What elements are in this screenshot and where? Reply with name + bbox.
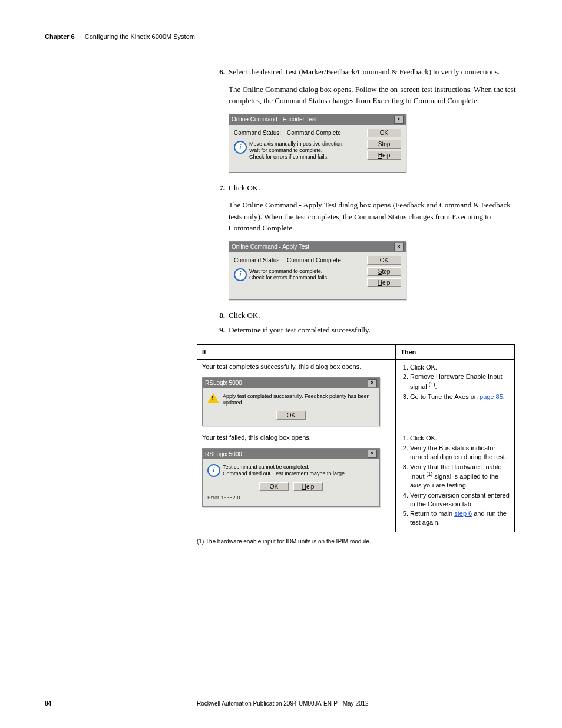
- status-value: Command Complete: [287, 257, 341, 263]
- status-label: Command Status:: [234, 130, 287, 136]
- step-7-para: The Online Command - Apply Test dialog b…: [229, 199, 516, 234]
- if-then-table: If Then Your test completes successfully…: [197, 344, 515, 533]
- list-item: Verify conversion constant entered in th…: [410, 491, 510, 509]
- col-then: Then: [396, 344, 515, 359]
- page-footer: 84 Rockwell Automation Publication 2094-…: [45, 700, 517, 707]
- dialog-message: Test command cannot be completed. Comman…: [223, 464, 346, 477]
- step-number: 8.: [212, 309, 225, 321]
- dialog-titlebar: RSLogix 5000 ×: [203, 449, 379, 459]
- col-if: If: [197, 344, 396, 359]
- error-label: Error 16382-0: [207, 495, 375, 500]
- dialog-title-text: RSLogix 5000: [205, 451, 242, 457]
- dialog-message: Move axis manually in positive direction…: [249, 141, 344, 161]
- step-link[interactable]: step 6: [454, 510, 472, 517]
- dialog-titlebar: RSLogix 5000 ×: [203, 378, 379, 388]
- ok-button[interactable]: OK: [367, 256, 401, 265]
- step-number: 9.: [212, 324, 225, 336]
- step-6: 6. Select the desired Test (Marker/Feedb…: [212, 66, 516, 78]
- list-item: Click OK.: [410, 434, 510, 443]
- step-8: 8. Click OK.: [212, 309, 516, 321]
- publication-id: Rockwell Automation Publication 2094-UM0…: [197, 700, 369, 707]
- ok-button[interactable]: OK: [259, 482, 289, 491]
- list-item: Click OK.: [410, 363, 510, 372]
- info-icon: i: [234, 141, 247, 154]
- msgbox-success: RSLogix 5000 × Apply test completed succ…: [202, 377, 380, 427]
- list-item: Verify that the Hardware Enable Input (1…: [410, 463, 510, 490]
- dialog-titlebar: Online Command - Encoder Test ×: [229, 114, 406, 125]
- dialog-apply-test: Online Command - Apply Test × Command St…: [229, 241, 406, 300]
- table-row: Your test failed, this dialog box opens.…: [197, 430, 515, 532]
- step-number: 7.: [212, 182, 225, 194]
- help-button[interactable]: Help: [293, 482, 323, 491]
- ok-button[interactable]: OK: [367, 129, 401, 137]
- dialog-title-text: RSLogix 5000: [205, 380, 242, 386]
- dialog-titlebar: Online Command - Apply Test ×: [229, 242, 406, 252]
- running-header: Chapter 6 Configuring the Kinetix 6000M …: [45, 33, 517, 40]
- row2-if-text: Your test failed, this dialog box opens.: [202, 434, 391, 441]
- close-icon[interactable]: ×: [394, 116, 404, 124]
- dialog-title-text: Online Command - Encoder Test: [232, 116, 317, 123]
- stop-button[interactable]: Stop: [367, 140, 401, 149]
- chapter-label: Chapter 6: [45, 33, 75, 40]
- list-item: Return to main step 6 and run the test a…: [410, 509, 510, 527]
- close-icon[interactable]: ×: [394, 243, 404, 251]
- dialog-title-text: Online Command - Apply Test: [232, 243, 309, 250]
- list-item: Go to Tune the Axes on page 85.: [410, 393, 510, 401]
- help-button[interactable]: Help: [367, 278, 401, 287]
- step-text: Select the desired Test (Marker/Feedback…: [225, 66, 516, 78]
- page-link[interactable]: page 85: [480, 393, 503, 400]
- step-7: 7. Click OK.: [212, 182, 516, 194]
- info-icon: i: [234, 268, 247, 281]
- list-item: Verify the Bus status indicator turned s…: [410, 444, 510, 462]
- ok-button[interactable]: OK: [276, 411, 306, 420]
- step-number: 6.: [212, 66, 225, 78]
- status-value: Command Complete: [287, 130, 341, 136]
- step-text: Click OK.: [225, 309, 516, 321]
- row1-if-text: Your test completes successfully, this d…: [202, 363, 391, 370]
- stop-button[interactable]: Stop: [367, 267, 401, 276]
- status-label: Command Status:: [234, 257, 287, 263]
- dialog-encoder-test: Online Command - Encoder Test × Command …: [229, 114, 406, 173]
- chapter-title: Configuring the Kinetix 6000M System: [85, 33, 195, 40]
- close-icon[interactable]: ×: [368, 450, 377, 458]
- dialog-message: Wait for command to complete. Check for …: [249, 268, 329, 282]
- dialog-message: Apply test completed successfully. Feedb…: [223, 393, 375, 407]
- list-item: Remove Hardware Enable Input signal (1).: [410, 373, 510, 391]
- step-text: Click OK.: [225, 182, 516, 194]
- close-icon[interactable]: ×: [368, 379, 377, 387]
- help-button[interactable]: Help: [367, 151, 401, 160]
- info-icon: i: [207, 464, 220, 477]
- table-row: Your test completes successfully, this d…: [197, 359, 515, 430]
- step-6-para: The Online Command dialog box opens. Fol…: [229, 84, 516, 107]
- msgbox-fail: RSLogix 5000 × i Test command cannot be …: [202, 448, 380, 507]
- footnote: (1) The hardware enable input for IDM un…: [197, 538, 516, 545]
- step-9: 9. Determine if your test completed succ…: [212, 324, 516, 336]
- then-list: Click OK. Remove Hardware Enable Input s…: [401, 363, 510, 401]
- step-text: Determine if your test completed success…: [225, 324, 516, 336]
- warning-icon: [207, 393, 220, 404]
- then-list: Click OK. Verify the Bus status indicato…: [401, 434, 510, 527]
- page-number: 84: [45, 700, 197, 707]
